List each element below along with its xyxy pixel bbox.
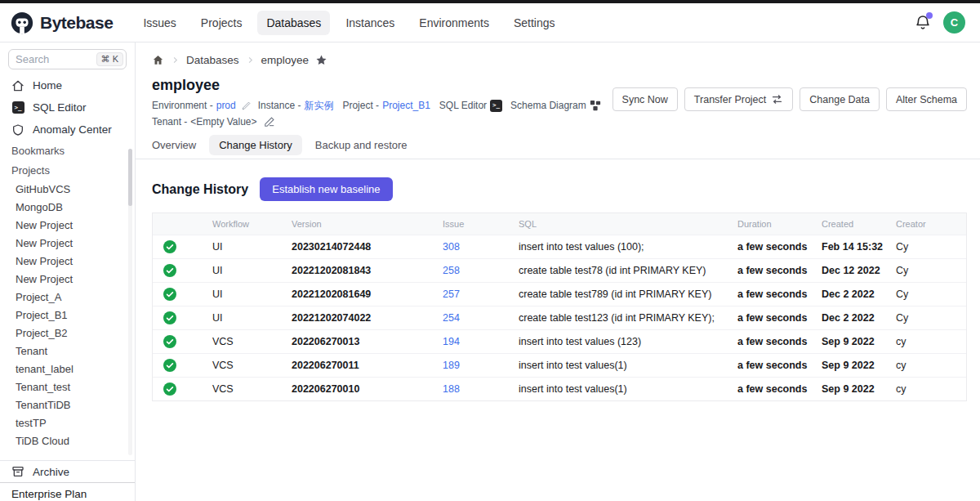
column-header-sql: SQL bbox=[506, 219, 724, 229]
top-nav-item[interactable]: Instances bbox=[336, 11, 403, 35]
project-link[interactable]: Project_B1 bbox=[382, 99, 430, 112]
issue-link[interactable]: 254 bbox=[443, 312, 460, 324]
action-button[interactable]: Transfer Project bbox=[684, 87, 793, 111]
sidebar-project-item[interactable]: Project_B2 bbox=[0, 324, 135, 342]
instance-label: Instance - bbox=[258, 99, 301, 112]
pencil-icon[interactable] bbox=[264, 116, 275, 127]
project-list: GitHubVCS MongoDB New Project New Projec… bbox=[0, 180, 135, 450]
table-row[interactable]: UI 20221202081649 257 create table test7… bbox=[153, 282, 966, 306]
cell-workflow: VCS bbox=[198, 383, 279, 395]
cell-creator: Cy bbox=[886, 312, 966, 324]
top-nav-item[interactable]: Environments bbox=[410, 11, 498, 35]
top-nav-item[interactable]: Issues bbox=[134, 11, 185, 35]
table-row[interactable]: UI 20221202081843 258 create table test7… bbox=[153, 258, 966, 282]
sidebar-project-item[interactable]: Project_A bbox=[0, 288, 135, 306]
table-row[interactable]: UI 20221202074022 254 create table test1… bbox=[153, 306, 966, 329]
home-breadcrumb-icon[interactable] bbox=[152, 54, 164, 66]
sidebar-project-item[interactable]: Tenant_test bbox=[0, 378, 135, 396]
issue-link[interactable]: 308 bbox=[443, 241, 460, 253]
table-row[interactable]: UI 20230214072448 308 insert into test v… bbox=[153, 235, 966, 258]
sidebar-project-item[interactable]: Project_B1 bbox=[0, 306, 135, 324]
star-icon[interactable] bbox=[315, 54, 327, 66]
cell-sql: create table test789 (id int PRIMARY KEY… bbox=[506, 289, 724, 300]
enterprise-plan-label[interactable]: Enterprise Plan bbox=[0, 482, 135, 501]
cell-creator: cy bbox=[886, 336, 966, 347]
table-row[interactable]: VCS 202206270013 194 insert into test va… bbox=[153, 329, 966, 353]
success-check-icon bbox=[163, 264, 176, 277]
change-history-table: Workflow Version Issue SQL Duration Crea… bbox=[152, 212, 967, 401]
sidebar-project-item[interactable]: New Project bbox=[0, 234, 135, 252]
top-nav-item[interactable]: Databases bbox=[257, 11, 330, 35]
table-row[interactable]: VCS 202206270011 189 insert into test va… bbox=[153, 353, 966, 377]
sidebar-project-item[interactable]: testTP bbox=[0, 414, 135, 432]
issue-link[interactable]: 189 bbox=[443, 360, 460, 371]
top-nav-item[interactable]: Projects bbox=[192, 11, 252, 35]
sidebar-project-item[interactable]: TenantTiDB bbox=[0, 396, 135, 414]
cell-created: Dec 2 2022 bbox=[808, 312, 886, 324]
cell-version: 20221202081649 bbox=[279, 289, 430, 300]
action-button[interactable]: Change Data bbox=[800, 87, 880, 111]
cell-duration: a few seconds bbox=[724, 265, 808, 276]
sidebar-item-home[interactable]: Home bbox=[0, 74, 135, 96]
cell-version: 20230214072448 bbox=[279, 241, 430, 253]
cell-sql: insert into test values (123) bbox=[506, 336, 724, 347]
sidebar-item-anomaly-center[interactable]: Anomaly Center bbox=[0, 119, 135, 141]
action-button[interactable]: Sync Now bbox=[612, 87, 678, 111]
sidebar-project-item[interactable]: New Project bbox=[0, 216, 135, 234]
section-title: Change History bbox=[152, 182, 248, 197]
breadcrumb-employee[interactable]: employee bbox=[261, 54, 310, 66]
cell-created: Sep 9 2022 bbox=[808, 336, 886, 347]
cell-workflow: VCS bbox=[198, 336, 279, 347]
cell-duration: a few seconds bbox=[724, 383, 808, 395]
schema-diagram-icon[interactable] bbox=[590, 100, 601, 111]
cell-duration: a few seconds bbox=[724, 312, 808, 324]
cell-duration: a few seconds bbox=[724, 241, 808, 253]
sidebar-project-item[interactable]: GitHubVCS bbox=[0, 180, 135, 198]
top-navbar: Bytebase Issues Projects Databases Insta… bbox=[0, 3, 980, 42]
environment-link[interactable]: prod bbox=[216, 99, 236, 112]
cell-version: 202206270013 bbox=[279, 336, 430, 347]
issue-link[interactable]: 194 bbox=[443, 336, 460, 347]
avatar[interactable]: C bbox=[943, 11, 965, 34]
notifications-button[interactable] bbox=[914, 14, 932, 32]
cell-creator: Cy bbox=[886, 241, 966, 253]
action-buttons: Sync Now Transfer Project Change Data Al… bbox=[612, 87, 967, 111]
project-label: Project - bbox=[342, 99, 379, 112]
sidebar-project-item[interactable]: Tenant bbox=[0, 342, 135, 360]
cell-workflow: UI bbox=[198, 312, 279, 324]
breadcrumb-databases[interactable]: Databases bbox=[186, 54, 239, 66]
table-row[interactable]: VCS 202206270010 188 insert into test va… bbox=[153, 377, 966, 400]
issue-link[interactable]: 257 bbox=[443, 289, 460, 300]
pen-icon[interactable] bbox=[241, 101, 252, 111]
cell-duration: a few seconds bbox=[724, 336, 808, 347]
top-nav-items: Issues Projects Databases Instances Envi… bbox=[134, 11, 914, 35]
issue-link[interactable]: 258 bbox=[443, 265, 460, 276]
sidebar-item-archive[interactable]: Archive bbox=[0, 460, 135, 482]
sidebar-project-item[interactable]: TiDB Cloud bbox=[0, 432, 135, 450]
cell-duration: a few seconds bbox=[724, 289, 808, 300]
tab[interactable]: Change History bbox=[209, 135, 302, 155]
sidebar-item-sql-editor[interactable]: >_ SQL Editor bbox=[0, 96, 135, 119]
sidebar-project-item[interactable]: MongoDB bbox=[0, 198, 135, 216]
top-nav-item[interactable]: Settings bbox=[505, 11, 564, 35]
sidebar-project-item[interactable]: New Project bbox=[0, 252, 135, 270]
success-check-icon bbox=[163, 311, 176, 324]
success-check-icon bbox=[163, 335, 176, 348]
tab[interactable]: Overview bbox=[142, 135, 206, 155]
sidebar-project-item[interactable]: tenant_label bbox=[0, 360, 135, 378]
scrollbar-thumb[interactable] bbox=[128, 149, 132, 206]
search-input[interactable]: Search ⌘ K bbox=[8, 49, 127, 69]
sql-editor-icon[interactable]: >_ bbox=[490, 100, 502, 112]
cell-workflow: UI bbox=[198, 265, 279, 276]
sidebar-scrollbar[interactable] bbox=[128, 149, 132, 455]
transfer-icon bbox=[771, 93, 783, 105]
cell-sql: create table test78 (id int PRIMARY KEY) bbox=[506, 265, 724, 276]
instance-link[interactable]: 新实例 bbox=[304, 99, 333, 112]
sidebar-project-item[interactable]: New Project bbox=[0, 270, 135, 288]
issue-link[interactable]: 188 bbox=[443, 383, 460, 395]
tab[interactable]: Backup and restore bbox=[305, 135, 417, 155]
brand[interactable]: Bytebase bbox=[10, 11, 113, 35]
establish-baseline-button[interactable]: Establish new baseline bbox=[260, 177, 392, 201]
action-button[interactable]: Alter Schema bbox=[886, 87, 967, 111]
cell-workflow: VCS bbox=[198, 360, 279, 371]
